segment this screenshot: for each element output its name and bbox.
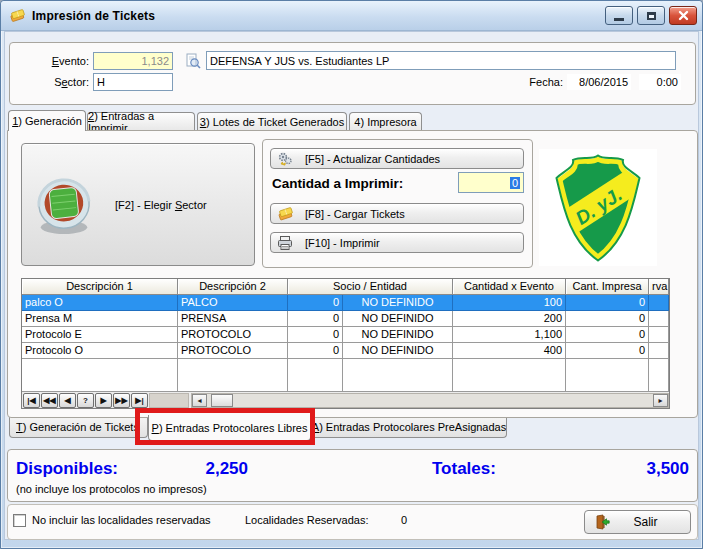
- table-header-row: Descripción 1 Descripción 2 Socio / Enti…: [22, 279, 669, 295]
- nav-prev-button[interactable]: ◀: [59, 393, 76, 408]
- grid-cell[interactable]: 0: [566, 343, 649, 359]
- nav-first-button[interactable]: |◀: [23, 393, 40, 408]
- grid-cell[interactable]: [649, 295, 669, 311]
- sector-input[interactable]: H: [93, 73, 173, 91]
- disponibles-label: Disponibles:: [16, 459, 118, 479]
- grid-cell[interactable]: Prensa M: [22, 311, 178, 327]
- column-header[interactable]: Cant. Impresa: [566, 279, 649, 295]
- grid-cell[interactable]: [649, 343, 669, 359]
- salir-label: Salir: [633, 515, 657, 529]
- nav-fast-next-button[interactable]: ▶▶: [113, 393, 130, 408]
- tickets-app-icon: [9, 8, 25, 24]
- grid-cell[interactable]: 200: [453, 311, 566, 327]
- maximize-button[interactable]: [637, 6, 665, 25]
- grid-cell[interactable]: 0: [288, 295, 343, 311]
- grid-cell[interactable]: 0: [288, 343, 343, 359]
- localidades-reservadas-label: Localidades Reservadas:: [245, 512, 369, 528]
- tab-lotes-ticket-generados[interactable]: 3) Lotes de Ticket Generados: [197, 112, 347, 131]
- totales-value: 3,500: [646, 459, 689, 479]
- grid-cell[interactable]: [649, 327, 669, 343]
- grid-cell[interactable]: NO DEFINIDO: [343, 343, 453, 359]
- cantidad-label: Cantidad a Imprimir:: [272, 173, 456, 193]
- grid-cell[interactable]: PRENSA: [178, 311, 288, 327]
- localidades-reservadas-value: 0: [401, 512, 407, 528]
- tab-entradas-protocolares-libres[interactable]: P) Entradas Protocolares Libres: [148, 415, 311, 441]
- no-incluir-reservadas-checkbox[interactable]: [13, 514, 26, 527]
- search-event-button[interactable]: [185, 53, 201, 69]
- evento-input[interactable]: 1,132: [93, 52, 173, 70]
- evento-label: Evento:: [31, 52, 89, 70]
- hora-value: 0:00: [639, 74, 681, 90]
- maximize-icon: [647, 12, 656, 20]
- salir-button[interactable]: Salir: [584, 510, 691, 534]
- grid-cell[interactable]: PROTOCOLO: [178, 343, 288, 359]
- grid-cell[interactable]: 0: [288, 327, 343, 343]
- actualizar-cantidades-button[interactable]: [F5] - Actualizar Cantidades: [270, 148, 524, 169]
- cantidad-input[interactable]: 0: [458, 172, 524, 193]
- grid-cell[interactable]: Protocolo E: [22, 327, 178, 343]
- column-header[interactable]: Cantidad x Evento: [453, 279, 566, 295]
- club-shield-logo: D. yJ.: [552, 153, 644, 263]
- table-row[interactable]: Prensa M PRENSA 0 NO DEFINIDO 200 0: [22, 311, 669, 327]
- elegir-sector-button[interactable]: [F2] - Elegir Sector: [21, 143, 255, 266]
- imprimir-button[interactable]: [F10] - Imprimir: [270, 232, 524, 253]
- scroll-left-button[interactable]: ◂: [192, 394, 207, 407]
- grid-cell[interactable]: 0: [566, 295, 649, 311]
- record-navigator: |◀ ◀◀ ◀ ? ▶ ▶▶ ▶| ◂ ▸: [22, 391, 669, 408]
- grid-cell[interactable]: PALCO: [178, 295, 288, 311]
- grid-cell[interactable]: 400: [453, 343, 566, 359]
- close-button[interactable]: [669, 6, 697, 25]
- table-row-selected[interactable]: palco O PALCO 0 NO DEFINIDO 100 0: [22, 295, 669, 311]
- grid-cell[interactable]: NO DEFINIDO: [343, 327, 453, 343]
- grid-cell[interactable]: PROTOCOLO: [178, 327, 288, 343]
- table-row[interactable]: Protocolo O PROTOCOLO 0 NO DEFINIDO 400 …: [22, 343, 669, 359]
- imprimir-label: [F10] - Imprimir: [305, 237, 380, 249]
- grid-cell[interactable]: 1,100: [453, 327, 566, 343]
- grid-cell[interactable]: NO DEFINIDO: [343, 311, 453, 327]
- minimize-button[interactable]: [605, 6, 633, 25]
- tab-entradas-protocolares-preasignadas[interactable]: A) Entradas Protocolares PreAsignadas: [311, 417, 507, 438]
- exit-door-icon: [594, 514, 610, 530]
- nav-help-button[interactable]: ?: [77, 393, 94, 408]
- nav-fast-prev-button[interactable]: ◀◀: [41, 393, 58, 408]
- column-header[interactable]: Socio / Entidad: [288, 279, 453, 295]
- navigator-spacer: [149, 393, 189, 408]
- column-header[interactable]: rva: [649, 279, 669, 295]
- tab-impresora[interactable]: 4) Impresora: [349, 112, 422, 131]
- horizontal-scrollbar[interactable]: ◂ ▸: [191, 393, 669, 408]
- grid-cell[interactable]: 100: [453, 295, 566, 311]
- grid-cell[interactable]: [649, 311, 669, 327]
- fecha-label: Fecha:: [506, 74, 563, 90]
- column-header[interactable]: Descripción 1: [22, 279, 178, 295]
- totales-label: Totales:: [432, 459, 496, 479]
- club-logo-panel: D. yJ.: [539, 149, 657, 266]
- event-name-input[interactable]: DEFENSA Y JUS vs. Estudiantes LP: [206, 51, 676, 70]
- actualizar-cantidades-label: [F5] - Actualizar Cantidades: [305, 153, 440, 165]
- tab-generacion-de-tickets[interactable]: T) Generación de Tickets: [9, 417, 148, 438]
- grid-cell[interactable]: 0: [566, 311, 649, 327]
- table-row[interactable]: Protocolo E PROTOCOLO 0 NO DEFINIDO 1,10…: [22, 327, 669, 343]
- grid-cell[interactable]: 0: [288, 311, 343, 327]
- scrollbar-thumb[interactable]: [211, 394, 233, 407]
- nav-next-button[interactable]: ▶: [95, 393, 112, 408]
- search-icon: [185, 53, 201, 69]
- title-bar: Impresión de Tickets: [1, 1, 702, 31]
- grid-cell[interactable]: NO DEFINIDO: [343, 295, 453, 311]
- scroll-right-button[interactable]: ▸: [653, 394, 668, 407]
- selected-text: 0: [510, 177, 520, 189]
- grid-cell[interactable]: 0: [566, 327, 649, 343]
- grid-cell[interactable]: palco O: [22, 295, 178, 311]
- cargar-tickets-button[interactable]: [F8] - Cargar Tickets: [270, 203, 524, 224]
- tab-entradas-a-imprimir[interactable]: 2) Entradas a Imprimir: [87, 112, 195, 131]
- tab-generacion[interactable]: 1) Generación: [8, 110, 86, 131]
- printer-icon: [277, 235, 293, 251]
- sectors-table[interactable]: Descripción 1 Descripción 2 Socio / Enti…: [21, 278, 670, 409]
- close-icon: [678, 10, 689, 21]
- elegir-sector-label: [F2] - Elegir Sector: [115, 199, 207, 211]
- sector-label: Sector:: [31, 73, 89, 91]
- grid-cell[interactable]: Protocolo O: [22, 343, 178, 359]
- column-header[interactable]: Descripción 2: [178, 279, 288, 295]
- stadium-icon: [35, 173, 93, 237]
- nav-last-button[interactable]: ▶|: [131, 393, 148, 408]
- window-title: Impresión de Tickets: [32, 9, 155, 23]
